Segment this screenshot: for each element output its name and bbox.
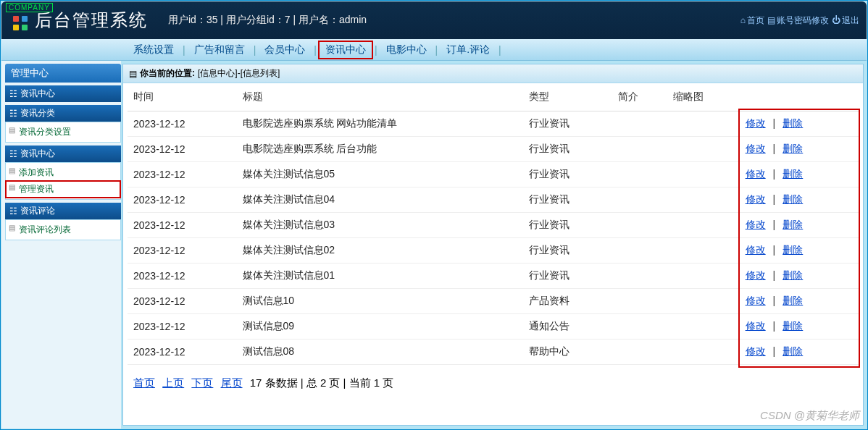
table-row: 2023-12-12电影院选座购票系统 后台功能行业资讯修改|删除 — [128, 137, 859, 162]
separator: | — [773, 168, 776, 180]
svg-rect-3 — [22, 25, 28, 30]
table-cell-time: 2023-12-12 — [128, 162, 237, 187]
edit-link[interactable]: 修改 — [746, 244, 766, 256]
svg-rect-1 — [22, 16, 28, 22]
sidebar-list: 添加资讯管理资讯 — [5, 162, 121, 200]
table-header: 时间 — [128, 83, 237, 111]
separator: | — [314, 44, 317, 56]
table-cell-thumb — [667, 137, 740, 162]
topnav-item[interactable]: 广告和留言 — [188, 42, 251, 58]
table-row: 2023-12-12电影院选座购票系统 网站功能清单行业资讯修改|删除 — [128, 111, 859, 137]
table-cell-actions: 修改|删除 — [740, 213, 859, 238]
list-icon: ☷ — [9, 109, 17, 119]
delete-link[interactable]: 删除 — [783, 193, 803, 205]
doc-icon: ▤ — [129, 69, 137, 79]
topnav-item[interactable]: 订单.评论 — [441, 42, 496, 58]
table-cell-actions: 修改|删除 — [740, 137, 859, 162]
separator: | — [254, 44, 256, 56]
table-row: 2023-12-12媒体关注测试信息02行业资讯修改|删除 — [128, 238, 859, 264]
delete-link[interactable]: 删除 — [783, 345, 803, 357]
table-cell-actions: 修改|删除 — [740, 340, 859, 365]
top-nav: 系统设置|广告和留言|会员中心|资讯中心|电影中心|订单.评论| — [1, 39, 867, 61]
table-row: 2023-12-12测试信息08帮助中心修改|删除 — [128, 340, 859, 365]
table-cell-intro — [612, 314, 667, 340]
password-link[interactable]: ▤账号密码修改 — [767, 14, 829, 27]
separator: | — [773, 269, 776, 281]
sidebar-item[interactable]: 管理资讯 — [6, 181, 120, 198]
delete-link[interactable]: 删除 — [783, 244, 803, 256]
edit-link[interactable]: 修改 — [746, 295, 766, 306]
pager-prev[interactable]: 上页 — [162, 376, 184, 389]
table-cell-actions: 修改|删除 — [740, 162, 859, 187]
pager-first[interactable]: 首页 — [133, 376, 155, 389]
logout-link[interactable]: ⏻退出 — [832, 14, 859, 27]
table-header: 类型 — [523, 83, 613, 111]
topnav-item[interactable]: 系统设置 — [128, 42, 180, 58]
table-cell-type: 行业资讯 — [523, 162, 613, 187]
table-cell-title: 媒体关注测试信息01 — [237, 264, 523, 289]
sidebar-list: 资讯分类设置 — [5, 122, 121, 143]
edit-link[interactable]: 修改 — [746, 193, 766, 205]
topnav-item[interactable]: 会员中心 — [259, 42, 311, 58]
delete-link[interactable]: 删除 — [783, 320, 803, 332]
edit-link[interactable]: 修改 — [746, 117, 766, 129]
home-icon: ⌂ — [740, 15, 746, 25]
separator: | — [773, 117, 776, 129]
table-row: 2023-12-12测试信息09通知公告修改|删除 — [128, 314, 859, 340]
table-cell-title: 电影院选座购票系统 后台功能 — [237, 137, 523, 162]
edit-link[interactable]: 修改 — [746, 320, 766, 332]
edit-link[interactable]: 修改 — [746, 345, 766, 357]
app-header: COMPANY 后台管理系统 用户id：35 | 用户分组id：7 | 用户名：… — [1, 1, 867, 39]
table-cell-title: 媒体关注测试信息04 — [237, 187, 523, 213]
data-table: 时间标题类型简介缩略图 2023-12-12电影院选座购票系统 网站功能清单行业… — [128, 83, 859, 365]
topnav-item[interactable]: 资讯中心 — [320, 42, 372, 58]
delete-link[interactable]: 删除 — [783, 168, 803, 180]
table-cell-thumb — [667, 213, 740, 238]
table-cell-title: 测试信息08 — [237, 340, 523, 365]
delete-link[interactable]: 删除 — [783, 295, 803, 306]
table-cell-title: 电影院选座购票系统 网站功能清单 — [237, 111, 523, 137]
list-icon: ☷ — [9, 149, 17, 159]
table-cell-time: 2023-12-12 — [128, 314, 237, 340]
header-links: ⌂首页 ▤账号密码修改 ⏻退出 — [740, 14, 859, 27]
delete-link[interactable]: 删除 — [783, 143, 803, 154]
table-cell-thumb — [667, 238, 740, 264]
sidebar-section-head[interactable]: ☷资讯中心 — [5, 146, 121, 162]
table-cell-title: 测试信息09 — [237, 314, 523, 340]
table-cell-time: 2023-12-12 — [128, 213, 237, 238]
company-tag: COMPANY — [6, 3, 53, 12]
pager-last[interactable]: 尾页 — [221, 376, 243, 389]
sidebar-item[interactable]: 资讯评论列表 — [6, 222, 120, 238]
breadcrumb-path: [信息中心]-[信息列表] — [198, 67, 280, 80]
delete-link[interactable]: 删除 — [783, 269, 803, 281]
table-cell-type: 行业资讯 — [523, 187, 613, 213]
sidebar-item[interactable]: 资讯分类设置 — [6, 124, 120, 140]
table-cell-time: 2023-12-12 — [128, 137, 237, 162]
sidebar-section-head[interactable]: ☷资讯分类 — [5, 105, 121, 122]
pager-next[interactable]: 下页 — [191, 376, 213, 389]
sidebar: 管理中心 ☷资讯中心☷资讯分类资讯分类设置☷资讯中心添加资讯管理资讯☷资讯评论资… — [1, 61, 121, 429]
sidebar-section-head[interactable]: ☷资讯评论 — [5, 203, 121, 219]
table-cell-type: 行业资讯 — [523, 264, 613, 289]
table-cell-actions: 修改|删除 — [740, 111, 859, 137]
delete-link[interactable]: 删除 — [783, 219, 803, 230]
separator: | — [773, 219, 776, 230]
table-cell-type: 行业资讯 — [523, 213, 613, 238]
edit-link[interactable]: 修改 — [746, 168, 766, 180]
table-cell-time: 2023-12-12 — [128, 111, 237, 137]
topnav-item[interactable]: 电影中心 — [380, 42, 433, 58]
edit-link[interactable]: 修改 — [746, 143, 766, 154]
list-icon: ☷ — [9, 206, 17, 216]
edit-link[interactable]: 修改 — [746, 269, 766, 281]
sidebar-item[interactable]: 添加资讯 — [6, 164, 120, 181]
home-link[interactable]: ⌂首页 — [740, 14, 764, 27]
pager-info: 17 条数据 | 总 2 页 | 当前 1 页 — [250, 376, 394, 389]
svg-rect-0 — [13, 16, 19, 22]
delete-link[interactable]: 删除 — [783, 117, 803, 129]
edit-link[interactable]: 修改 — [746, 219, 766, 230]
table-header: 标题 — [237, 83, 523, 111]
table-cell-time: 2023-12-12 — [128, 238, 237, 264]
table-cell-title: 媒体关注测试信息03 — [237, 213, 523, 238]
table-row: 2023-12-12媒体关注测试信息01行业资讯修改|删除 — [128, 264, 859, 289]
sidebar-section-head[interactable]: ☷资讯中心 — [5, 85, 121, 102]
